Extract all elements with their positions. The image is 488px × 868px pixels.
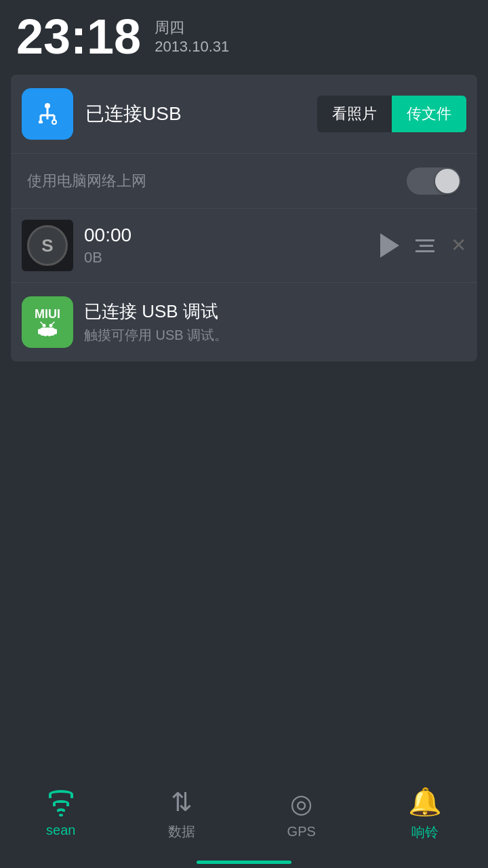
player-size: 0B: [84, 249, 369, 267]
clock: 23:18: [16, 12, 141, 61]
nav-label-gps: GPS: [287, 824, 316, 840]
notification-panel: 已连接USB 看照片 传文件 使用电脑网络上网 S 00:00 0B: [11, 75, 477, 361]
svg-line-14: [41, 322, 43, 324]
sean-logo: S: [27, 225, 68, 266]
wifi-icon: [49, 790, 73, 817]
android-icon: [37, 321, 58, 336]
network-label: 使用电脑网络上网: [27, 171, 146, 191]
svg-rect-11: [54, 329, 57, 334]
network-toggle-row[interactable]: 使用电脑网络上网: [11, 154, 477, 209]
miui-text: MIUI: [35, 308, 60, 320]
svg-rect-5: [39, 121, 43, 123]
player-controls: ✕: [380, 233, 466, 258]
music-player-notification[interactable]: S 00:00 0B ✕: [11, 209, 477, 283]
nav-label-wifi: sean: [46, 823, 75, 838]
date-info: 周四 2013.10.31: [155, 12, 229, 56]
usb-notification[interactable]: 已连接USB 看照片 传文件: [11, 75, 477, 154]
svg-rect-9: [40, 328, 55, 336]
nav-item-bell[interactable]: 🔔 响铃: [408, 786, 442, 842]
svg-line-15: [52, 322, 54, 324]
date-string: 2013.10.31: [155, 38, 229, 56]
svg-rect-13: [48, 336, 51, 336]
nav-label-bell: 响铃: [411, 823, 439, 842]
usb-debug-notification[interactable]: MIUI 已连接 USB 调试 触摸可停用 USB 调试。: [11, 283, 477, 361]
play-button[interactable]: [380, 233, 399, 258]
svg-rect-12: [44, 336, 47, 336]
nav-label-data: 数据: [168, 823, 195, 841]
svg-point-6: [52, 120, 56, 124]
svg-rect-10: [38, 329, 41, 334]
bottom-indicator: [197, 861, 291, 864]
equalizer-button[interactable]: [415, 239, 434, 252]
close-player-button[interactable]: ✕: [451, 236, 466, 255]
play-icon: [380, 233, 399, 258]
status-bar: 23:18 周四 2013.10.31: [0, 0, 488, 68]
nav-item-gps[interactable]: ◎ GPS: [287, 789, 316, 840]
album-art: S: [22, 220, 73, 271]
day-of-week: 周四: [155, 18, 229, 38]
usb-action-buttons: 看照片 传文件: [317, 96, 466, 132]
close-icon: ✕: [451, 236, 466, 255]
debug-subtitle: 触摸可停用 USB 调试。: [84, 326, 466, 344]
network-toggle[interactable]: [407, 167, 461, 195]
nav-item-data[interactable]: ⇅ 数据: [168, 787, 195, 841]
gps-icon: ◎: [290, 789, 312, 818]
bottom-nav: sean ⇅ 数据 ◎ GPS 🔔 响铃: [0, 773, 488, 868]
view-photos-button[interactable]: 看照片: [317, 96, 392, 132]
usb-title: 已连接USB: [85, 101, 317, 127]
debug-info: 已连接 USB 调试 触摸可停用 USB 调试。: [84, 300, 466, 344]
debug-title: 已连接 USB 调试: [84, 300, 466, 323]
nav-item-wifi[interactable]: sean: [46, 790, 75, 838]
data-transfer-icon: ⇅: [171, 787, 192, 817]
toggle-knob: [435, 169, 460, 193]
transfer-files-button[interactable]: 传文件: [392, 96, 466, 132]
bell-icon: 🔔: [408, 786, 442, 818]
miui-icon: MIUI: [22, 296, 73, 348]
player-info: 00:00 0B: [84, 224, 369, 267]
svg-point-0: [45, 103, 50, 108]
player-time: 00:00: [84, 224, 369, 246]
equalizer-icon: [415, 239, 434, 252]
usb-icon: [22, 88, 73, 140]
